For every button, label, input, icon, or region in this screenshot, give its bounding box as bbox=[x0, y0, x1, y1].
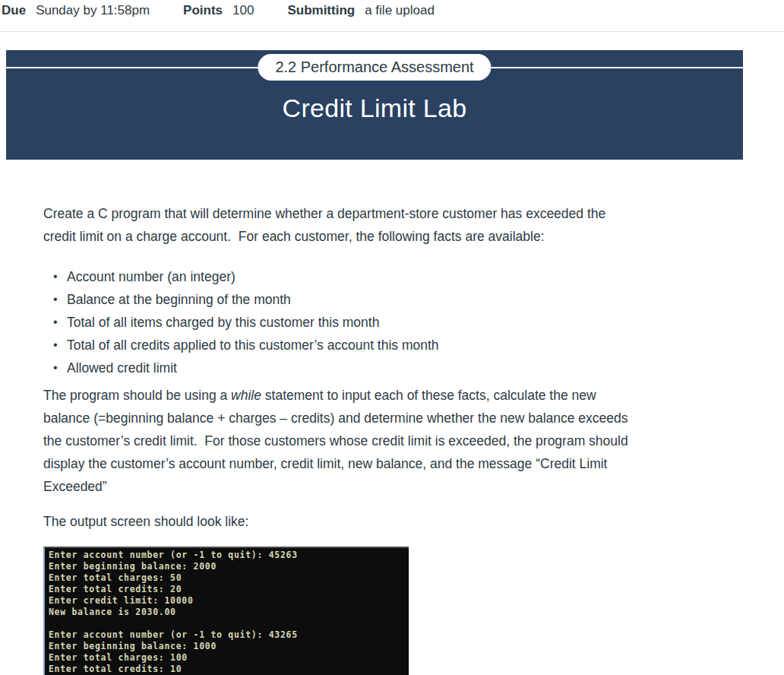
list-item: Total of all items charged by this custo… bbox=[43, 311, 719, 334]
paragraph-line: Create a C program that will determine w… bbox=[43, 202, 719, 225]
text-segment: statement to input each of these facts, … bbox=[261, 388, 596, 403]
list-item: Balance at the beginning of the month bbox=[43, 288, 719, 311]
assignment-details-bar: Due Sunday by 11:58pm Points 100 Submitt… bbox=[0, 0, 784, 31]
points-label: Points bbox=[183, 3, 223, 18]
text-segment: The program should be using a bbox=[43, 388, 231, 403]
output-intro-paragraph: The output screen should look like: bbox=[43, 510, 719, 533]
list-item: Total of all credits applied to this cus… bbox=[43, 334, 719, 357]
intro-paragraph: Create a C program that will determine w… bbox=[43, 202, 719, 248]
console-line: Enter account number (or -1 to quit): 45… bbox=[49, 550, 409, 561]
submitting-value: a file upload bbox=[365, 3, 435, 18]
paragraph-line: The program should be using a while stat… bbox=[43, 384, 719, 407]
console-line: Enter total charges: 100 bbox=[49, 652, 409, 664]
list-item: Allowed credit limit bbox=[43, 357, 719, 379]
due-detail: Due Sunday by 11:58pm bbox=[2, 3, 150, 18]
console-line: Enter credit limit: 10000 bbox=[49, 595, 409, 607]
paragraph-line: the customer’s credit limit. For those c… bbox=[43, 429, 719, 452]
paragraph-line: The output screen should look like: bbox=[43, 510, 719, 533]
assignment-description: Create a C program that will determine w… bbox=[43, 202, 719, 675]
console-line bbox=[49, 618, 409, 629]
console-line: Enter beginning balance: 2000 bbox=[49, 561, 409, 572]
console-line: Enter total credits: 20 bbox=[49, 584, 409, 595]
console-line: Enter beginning balance: 1000 bbox=[49, 641, 409, 652]
console-line: Enter total charges: 50 bbox=[49, 572, 409, 584]
console-line: Enter total credits: 10 bbox=[49, 664, 409, 675]
assignment-banner: 2.2 Performance Assessment Credit Limit … bbox=[6, 50, 743, 160]
divider bbox=[0, 31, 784, 32]
due-value: Sunday by 11:58pm bbox=[36, 3, 150, 18]
due-label: Due bbox=[2, 3, 26, 18]
paragraph-line: balance (=beginning balance + charges – … bbox=[43, 407, 719, 429]
paragraph-line: display the customer’s account number, c… bbox=[43, 452, 719, 475]
console-output-image: Enter account number (or -1 to quit): 45… bbox=[43, 547, 409, 675]
facts-list: Account number (an integer) Balance at t… bbox=[43, 265, 719, 379]
points-detail: Points 100 bbox=[183, 3, 254, 18]
page-title: Credit Limit Lab bbox=[6, 93, 743, 123]
submitting-detail: Submitting a file upload bbox=[287, 3, 434, 18]
list-item: Account number (an integer) bbox=[43, 265, 719, 288]
submitting-label: Submitting bbox=[287, 3, 355, 18]
italic-keyword: while bbox=[231, 388, 261, 403]
points-value: 100 bbox=[232, 3, 254, 18]
module-badge: 2.2 Performance Assessment bbox=[258, 54, 491, 81]
paragraph-line: credit limit on a charge account. For ea… bbox=[43, 225, 719, 248]
paragraph-line: Exceeded” bbox=[43, 475, 719, 498]
console-line: Enter account number (or -1 to quit): 43… bbox=[49, 629, 409, 641]
requirements-paragraph: The program should be using a while stat… bbox=[43, 384, 719, 498]
console-line: New balance is 2030.00 bbox=[49, 607, 409, 618]
